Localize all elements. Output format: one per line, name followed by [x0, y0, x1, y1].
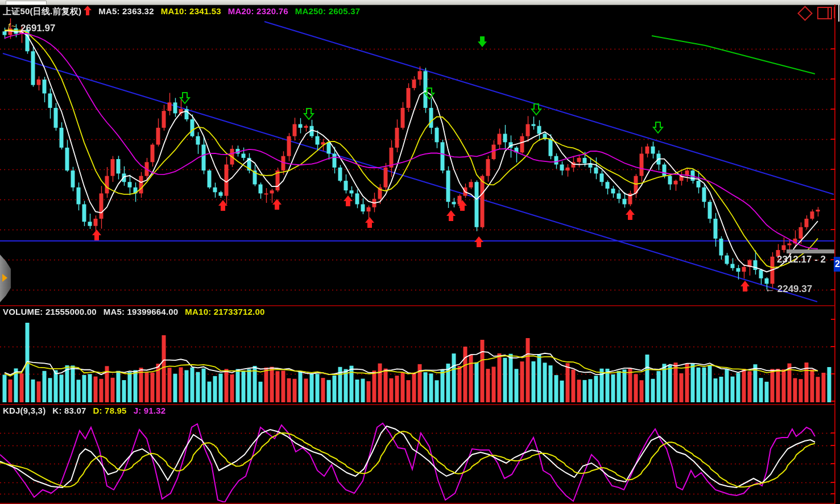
expand-arrow-icon: [2, 274, 7, 282]
high-price-label: 2691.97: [20, 23, 55, 34]
ma5-value: MA5: 2363.32: [98, 6, 154, 16]
ma20-value: MA20: 2320.76: [228, 6, 288, 16]
low-price-label: ← 2249.37: [765, 284, 812, 295]
instrument-title: 上证50(日线.前复权): [3, 6, 81, 16]
axis-price-badge: 2: [834, 257, 840, 272]
kdj-k-value: K: 83.07: [52, 406, 86, 415]
split-window-icon[interactable]: [817, 7, 832, 19]
up-arrow-icon: [84, 6, 92, 17]
kdj-d-value: D: 78.95: [93, 406, 127, 415]
ma250-value: MA250: 2605.37: [295, 6, 361, 16]
stock-chart-app: 上证50(日线.前复权)MA5: 2363.32MA10: 2341.53MA2…: [0, 0, 840, 504]
price-range-label: 2312.17 - 2: [777, 254, 826, 265]
main-chart-header: 上证50(日线.前复权)MA5: 2363.32MA10: 2341.53MA2…: [3, 6, 367, 17]
diamond-tool-icon[interactable]: [797, 6, 813, 21]
chart-toolbar: [800, 7, 832, 19]
chart-canvas[interactable]: [0, 0, 840, 504]
volume-header: VOLUME: 21555000.00MA5: 19399664.00MA10:…: [3, 307, 272, 316]
kdj-title: KDJ(9,3,3): [3, 406, 45, 415]
ma10-value: MA10: 2341.53: [161, 6, 221, 16]
volume-value: VOLUME: 21555000.00: [3, 307, 97, 316]
kdj-j-value: J: 91.32: [134, 406, 166, 415]
volume-ma10-value: MA10: 21733712.00: [185, 307, 264, 316]
annotation-marker: ƒ~: [7, 22, 16, 31]
volume-ma5-value: MA5: 19399664.00: [104, 307, 179, 316]
kdj-header: KDJ(9,3,3)K: 83.07D: 78.95J: 91.32: [3, 406, 172, 415]
measure-ruler-bar[interactable]: [787, 249, 834, 253]
